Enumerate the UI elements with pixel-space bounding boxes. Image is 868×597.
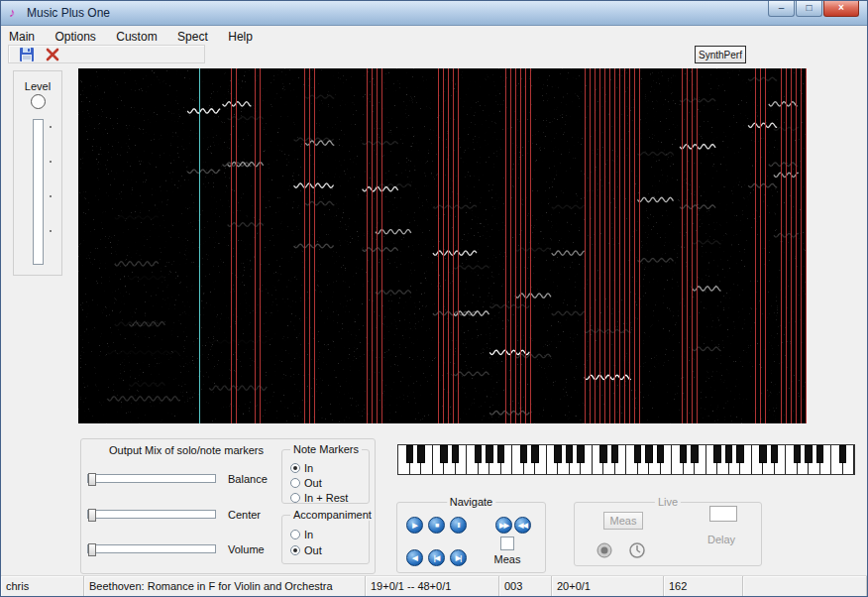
meas-checkbox-label: Meas [489,553,525,565]
level-tick [50,230,52,232]
minimize-button[interactable]: – [768,1,795,17]
app-window: ♪ Music Plus One – □ × Main Options Cust… [0,0,868,597]
piano-black-key[interactable] [691,445,698,463]
piano-black-key[interactable] [566,445,573,463]
radio-icon [290,478,300,488]
piano-keyboard[interactable] [397,444,855,475]
save-button[interactable] [19,47,37,62]
balance-slider[interactable] [87,474,216,483]
piano-black-key[interactable] [759,445,766,463]
live-group: Live Meas Delay [574,502,762,566]
piano-black-key[interactable] [486,445,492,463]
level-tick [50,195,52,197]
piano-black-key[interactable] [611,445,618,463]
piano-black-key[interactable] [805,445,812,463]
level-tick [50,126,52,128]
radio-label: In + Rest [304,492,348,504]
level-panel: Level [13,70,62,276]
note-markers-in-rest-radio[interactable]: In + Rest [290,488,348,501]
piano-black-key[interactable] [725,445,732,463]
status-tempo: 162 [664,576,743,596]
piano-black-key[interactable] [440,445,447,463]
live-meas-button[interactable]: Meas [603,512,643,530]
radio-label: Out [304,544,322,556]
volume-slider[interactable] [87,544,216,553]
piano-black-key[interactable] [680,445,687,463]
status-spare [743,576,867,596]
piano-black-key[interactable] [406,445,413,463]
discard-button[interactable] [45,47,62,62]
accompaniment-in-radio[interactable]: In [290,525,313,537]
radio-icon [290,545,300,555]
center-slider-thumb[interactable] [88,509,96,522]
maximize-button[interactable]: □ [796,1,822,17]
radio-label: In [304,462,313,474]
piano-black-key[interactable] [794,445,801,463]
titlebar: ♪ Music Plus One – □ × [1,1,867,26]
red-x-icon [45,47,60,62]
status-position: 20+0/1 [552,576,664,596]
piano-black-key[interactable] [531,445,538,463]
piano-black-key[interactable] [497,445,504,463]
nav-rewind-button[interactable]: ◀◀ [514,517,531,534]
nav-skip-start-button[interactable]: |◀ [428,549,445,566]
level-knob[interactable] [31,94,46,109]
nav-stop-button[interactable]: ■ [428,517,445,534]
piano-black-key[interactable] [645,445,652,463]
live-title: Live [655,496,681,508]
menu-item-custom[interactable]: Custom [108,28,164,46]
menu-item-main[interactable]: Main [1,28,43,46]
navigate-group: Navigate ▶ ■ II ▶▶ ◀◀ ◀ |◀ ▶| Meas [396,502,546,573]
level-tick [50,161,52,163]
radio-label: Out [304,477,322,489]
piano-black-key[interactable] [599,445,606,463]
nav-fast-forward-button[interactable]: ▶▶ [495,517,512,534]
piano-black-key[interactable] [839,445,846,463]
synthperf-button[interactable]: SynthPerf [695,46,746,63]
radio-icon [290,463,300,473]
balance-slider-thumb[interactable] [88,473,96,486]
note-markers-in-radio[interactable]: In [290,458,313,471]
piano-black-key[interactable] [475,445,482,463]
spectrogram-canvas[interactable] [78,68,807,423]
window-controls: – □ × [767,1,859,17]
close-button[interactable]: × [823,1,859,17]
toolbar-panel [8,45,205,63]
radio-icon [290,493,300,503]
piano-black-key[interactable] [520,445,527,463]
volume-slider-thumb[interactable] [88,543,96,556]
menu-item-spect[interactable]: Spect [169,28,216,46]
piano-black-key[interactable] [736,445,743,463]
nav-play-button[interactable]: ▶ [406,517,423,534]
record-icon[interactable] [597,542,612,558]
piano-black-key[interactable] [577,445,584,463]
piano-black-key[interactable] [816,445,823,463]
save-icon [19,47,35,62]
piano-black-key[interactable] [713,445,720,463]
meas-checkbox[interactable] [500,537,514,550]
delay-input[interactable] [709,506,737,522]
nav-play-backward-button[interactable]: ◀ [406,549,423,566]
level-slider[interactable] [33,119,44,265]
menu-item-help[interactable]: Help [220,28,261,46]
piano-black-key[interactable] [452,445,459,463]
accompaniment-out-radio[interactable]: Out [290,540,322,553]
nav-pause-button[interactable]: II [450,517,467,534]
center-label: Center [228,509,261,521]
metronome-icon[interactable] [629,542,645,558]
nav-skip-end-button[interactable]: ▶| [450,549,467,566]
center-slider[interactable] [87,510,216,519]
radio-icon [290,530,300,539]
piano-black-key[interactable] [771,445,778,463]
accompaniment-group: Accompaniment In Out [281,515,370,564]
note-markers-out-radio[interactable]: Out [290,473,322,486]
piano-black-key[interactable] [554,445,561,463]
level-label: Level [14,80,61,92]
delay-label: Delay [707,534,735,545]
note-markers-group: Note Markers In Out In + Rest [281,449,370,504]
piano-black-key[interactable] [657,445,664,463]
piano-black-key[interactable] [634,445,641,463]
menu-item-options[interactable]: Options [47,28,103,46]
piano-black-key[interactable] [417,445,424,463]
status-range: 19+0/1 -- 48+0/1 [366,576,499,596]
